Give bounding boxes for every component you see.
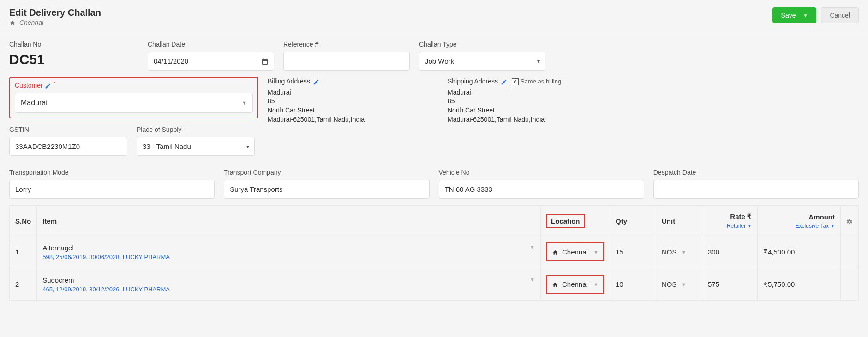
page-title: Edit Delivery Challan (9, 7, 101, 18)
save-button[interactable]: Save ▼ (772, 7, 817, 23)
th-amount: Amount Exclusive Tax ▼ (758, 206, 841, 236)
same-as-billing-checkbox[interactable]: ✔ Same as billing (512, 77, 561, 86)
gear-icon (846, 217, 853, 225)
despatch-date-label: Despatch Date (653, 169, 859, 176)
customer-label: Customer * (15, 82, 253, 89)
chevron-down-icon: ▼ (593, 249, 599, 255)
reference-input[interactable] (283, 52, 410, 71)
shipping-line1: Madurai (448, 88, 618, 97)
th-unit: Unit (656, 206, 702, 236)
transport-company-label: Transport Company (224, 169, 429, 176)
th-item: Item (37, 206, 541, 236)
checkbox-checked-icon: ✔ (512, 78, 519, 85)
same-as-billing-label: Same as billing (521, 77, 561, 86)
chevron-down-icon: ▼ (682, 282, 687, 287)
challan-no-value: DC51 (9, 52, 138, 67)
qty-input[interactable]: 10 (610, 268, 656, 301)
chevron-down-icon: ▼ (593, 282, 599, 287)
unit-select[interactable]: NOS ▼ (662, 280, 696, 288)
table-row: 1 Alternagel 598, 25/06/2019, 30/06/2028… (10, 236, 859, 268)
th-rate-text: Rate ₹ (730, 213, 752, 220)
gstin-label: GSTIN (9, 126, 127, 133)
row-sno: 1 (10, 236, 37, 268)
chevron-down-icon: ▼ (530, 244, 535, 250)
home-icon (552, 280, 558, 288)
th-settings[interactable] (841, 206, 859, 236)
billing-line3: North Car Street (268, 106, 438, 115)
transport-mode-input[interactable] (9, 180, 215, 199)
challan-type-label: Challan Type (419, 41, 545, 48)
reference-label: Reference # (283, 41, 410, 48)
customer-value: Madurai (21, 99, 48, 106)
row-actions (841, 268, 859, 301)
billing-line1: Madurai (268, 88, 438, 97)
amount-value: ₹4,500.00 (758, 236, 841, 268)
location-select[interactable]: Chennai ▼ (546, 275, 604, 294)
transport-mode-label: Transportation Mode (9, 169, 215, 176)
caret-down-icon: ▼ (748, 224, 752, 228)
shipping-line4: Madurai-625001,Tamil Nadu,India (448, 115, 618, 124)
edit-shipping-icon[interactable] (501, 77, 507, 86)
vehicle-no-label: Vehicle No (439, 169, 644, 176)
save-label: Save (781, 12, 796, 19)
customer-select[interactable]: Madurai ▼ (15, 93, 253, 113)
shipping-title: Shipping Address (448, 77, 498, 86)
challan-no-label: Challan No (9, 41, 138, 48)
chevron-down-icon: ▼ (682, 249, 687, 255)
th-qty: Qty (610, 206, 656, 236)
edit-customer-icon[interactable] (45, 82, 51, 89)
row-sno: 2 (10, 268, 37, 301)
rate-input[interactable]: 300 (702, 236, 758, 268)
home-icon (9, 19, 18, 26)
customer-label-text: Customer (15, 82, 43, 89)
challan-date-label: Challan Date (148, 41, 274, 48)
calendar-icon[interactable] (261, 57, 269, 65)
billing-line4: Madurai-625001,Tamil Nadu,India (268, 115, 438, 124)
vehicle-no-input[interactable] (439, 180, 644, 199)
shipping-line3: North Car Street (448, 106, 618, 115)
table-row: 2 Sudocrem 465, 12/09/2019, 30/12/2026, … (10, 268, 859, 301)
page-location-text: Chennai (19, 19, 43, 26)
despatch-date-input[interactable] (653, 180, 859, 199)
amount-sub-select[interactable]: Exclusive Tax ▼ (763, 223, 835, 229)
row-actions (841, 236, 859, 268)
chevron-down-icon: ▼ (242, 100, 247, 106)
qty-input[interactable]: 15 (610, 236, 656, 268)
location-value: Chennai (562, 280, 588, 288)
chevron-down-icon: ▼ (530, 277, 535, 282)
place-of-supply-label: Place of Supply (137, 126, 255, 133)
page-location: Chennai (9, 19, 101, 26)
item-detail[interactable]: 598, 25/06/2019, 30/06/2028, LUCKY PHARM… (42, 254, 535, 260)
gstin-input[interactable] (9, 137, 127, 156)
item-select[interactable]: Sudocrem 465, 12/09/2019, 30/12/2026, LU… (37, 268, 541, 301)
required-icon: * (54, 81, 55, 86)
edit-billing-icon[interactable] (313, 77, 319, 86)
place-of-supply-select[interactable]: 33 - Tamil Nadu (137, 137, 255, 156)
transport-company-input[interactable] (224, 180, 429, 199)
caret-down-icon: ▼ (803, 13, 808, 18)
billing-line2: 85 (268, 97, 438, 106)
th-location: Location (541, 206, 610, 236)
th-amount-text: Amount (808, 213, 835, 221)
th-rate: Rate ₹ Retailer ▼ (702, 206, 758, 236)
th-sno: S.No (10, 206, 37, 236)
billing-title: Billing Address (268, 77, 310, 86)
th-location-text: Location (546, 214, 585, 228)
unit-value: NOS (662, 280, 677, 288)
location-select[interactable]: Chennai ▼ (546, 242, 604, 261)
challan-date-input[interactable] (148, 52, 274, 71)
unit-value: NOS (662, 248, 677, 256)
location-value: Chennai (562, 248, 588, 256)
item-name: Sudocrem (42, 276, 535, 284)
cancel-button[interactable]: Cancel (821, 7, 859, 23)
rate-sub-select[interactable]: Retailer ▼ (708, 223, 752, 229)
item-detail[interactable]: 465, 12/09/2019, 30/12/2026, LUCKY PHARM… (42, 286, 535, 293)
amount-sub-text: Exclusive Tax (796, 223, 829, 229)
rate-input[interactable]: 575 (702, 268, 758, 301)
challan-type-select[interactable]: Job Work (419, 52, 545, 71)
caret-down-icon: ▼ (831, 224, 835, 228)
rate-sub-text: Retailer (727, 223, 746, 229)
unit-select[interactable]: NOS ▼ (662, 248, 696, 256)
item-select[interactable]: Alternagel 598, 25/06/2019, 30/06/2028, … (37, 236, 541, 268)
home-icon (552, 248, 558, 256)
